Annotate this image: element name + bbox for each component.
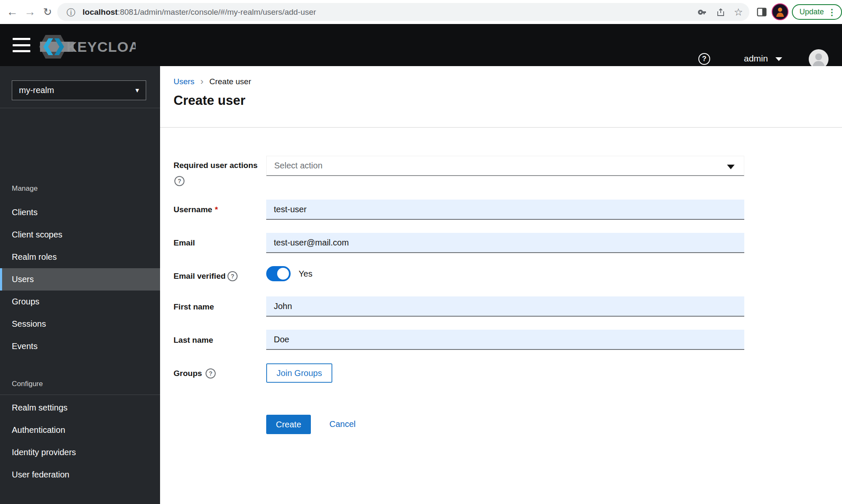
title-divider [160, 127, 842, 128]
sidebar-item-groups[interactable]: Groups [0, 291, 160, 313]
sidebar-item-clients[interactable]: Clients [0, 201, 160, 224]
join-groups-button[interactable]: Join Groups [266, 363, 332, 383]
browser-reload-icon[interactable]: ↻ [40, 0, 56, 24]
required-asterisk: * [215, 205, 218, 214]
sidebar-item-sessions[interactable]: Sessions [0, 313, 160, 335]
first-name-label: First name [174, 302, 214, 312]
nav-toggle-hamburger-icon[interactable] [13, 38, 30, 52]
sidebar-item-users[interactable]: Users [0, 268, 160, 291]
required-user-actions-help-icon[interactable]: ? [174, 176, 184, 186]
email-verified-toggle[interactable] [266, 266, 291, 281]
sidebar-item-label: Client scopes [12, 230, 62, 240]
update-label: Update [799, 8, 824, 16]
sidebar-item-client-scopes[interactable]: Client scopes [0, 224, 160, 246]
email-verified-help-icon[interactable]: ? [227, 271, 238, 281]
browser-chrome: ← → ↻ ⓘ localhost:8081/admin/master/cons… [0, 0, 842, 24]
sidebar-item-label: Sessions [12, 319, 46, 329]
browser-profile-avatar[interactable] [772, 3, 789, 20]
sidebar-item-label: Events [12, 341, 37, 351]
keycloak-logo[interactable]: KEYCLOAK [39, 35, 136, 61]
sidebar-item-identity-providers[interactable]: Identity providers [0, 441, 160, 464]
section-label-manage: Manage [12, 184, 37, 193]
sidebar-item-label: Identity providers [12, 448, 76, 457]
email-verified-label: Email verified [174, 272, 226, 281]
breadcrumb-users-link[interactable]: Users [174, 77, 195, 86]
password-key-icon[interactable] [697, 7, 708, 18]
page-title: Create user [174, 93, 246, 108]
sidebar-item-label: Realm roles [12, 252, 57, 262]
cancel-link[interactable]: Cancel [329, 419, 356, 429]
required-user-actions-label: Required user actions [174, 161, 258, 170]
last-name-field[interactable] [266, 330, 744, 350]
toggle-knob [277, 268, 289, 280]
groups-help-icon[interactable]: ? [206, 368, 216, 379]
help-icon[interactable]: ? [698, 53, 710, 65]
sidebar: my-realm ▾ Manage Clients Client scopes … [0, 66, 160, 504]
sidebar-divider [0, 108, 160, 108]
sidebar-item-user-federation[interactable]: User federation [0, 464, 160, 486]
select-placeholder: Select action [274, 161, 323, 171]
url-path: :8081/admin/master/console/#/my-realm/us… [118, 8, 316, 16]
browser-update-button[interactable]: Update ⋮ [792, 4, 842, 20]
screen: ← → ↻ ⓘ localhost:8081/admin/master/cons… [0, 0, 842, 504]
sidebar-item-label: User federation [12, 470, 69, 480]
breadcrumb-chevron-icon: › [200, 76, 203, 87]
bookmark-star-icon[interactable]: ☆ [733, 7, 744, 18]
sidebar-item-label: Clients [12, 208, 37, 217]
breadcrumb-current: Create user [209, 77, 251, 86]
url-domain: localhost [83, 8, 118, 16]
chevron-down-icon [775, 57, 782, 61]
username-label: Username* [174, 205, 218, 214]
sidebar-item-realm-settings[interactable]: Realm settings [0, 397, 160, 419]
last-name-label: Last name [174, 336, 213, 345]
section-label-configure: Configure [12, 380, 43, 388]
email-field[interactable] [266, 233, 744, 253]
address-bar[interactable]: ⓘ localhost:8081/admin/master/console/#/… [57, 3, 749, 21]
sidebar-item-label: Realm settings [12, 403, 67, 413]
create-button[interactable]: Create [266, 415, 311, 434]
browser-forward-icon[interactable]: → [22, 0, 38, 24]
username-field[interactable] [266, 200, 744, 220]
browser-menu-kebab-icon[interactable]: ⋮ [828, 7, 836, 17]
side-panel-icon[interactable] [756, 6, 767, 19]
sidebar-item-label: Authentication [12, 425, 65, 435]
realm-selector[interactable]: my-realm ▾ [12, 80, 146, 100]
sidebar-item-realm-roles[interactable]: Realm roles [0, 246, 160, 268]
username-label-text: Username [174, 205, 212, 214]
site-info-icon[interactable]: ⓘ [67, 7, 75, 19]
share-icon[interactable] [715, 7, 726, 18]
main-content: Users › Create user Create user Required… [160, 66, 842, 504]
email-verified-state: Yes [299, 269, 313, 279]
first-name-field[interactable] [266, 296, 744, 317]
sidebar-item-authentication[interactable]: Authentication [0, 419, 160, 441]
masthead: KEYCLOAK ? admin [0, 24, 842, 66]
select-caret-down-icon [727, 165, 735, 169]
sidebar-item-label: Groups [12, 297, 40, 307]
sidebar-item-label: Users [12, 275, 34, 284]
breadcrumb: Users › Create user [174, 76, 251, 87]
brand-text: KEYCLOAK [67, 39, 136, 55]
url-text: localhost:8081/admin/master/console/#/my… [83, 8, 316, 17]
sidebar-divider [0, 395, 160, 395]
user-menu-dropdown[interactable]: admin [744, 53, 782, 64]
email-label: Email [174, 238, 195, 248]
groups-label: Groups [174, 369, 202, 378]
required-user-actions-select[interactable]: Select action [266, 156, 744, 176]
browser-back-icon[interactable]: ← [4, 0, 20, 24]
sidebar-item-events[interactable]: Events [0, 335, 160, 357]
realm-selector-value: my-realm [19, 85, 54, 95]
user-menu-label: admin [744, 53, 768, 64]
realm-caret-down-icon: ▾ [135, 86, 139, 95]
